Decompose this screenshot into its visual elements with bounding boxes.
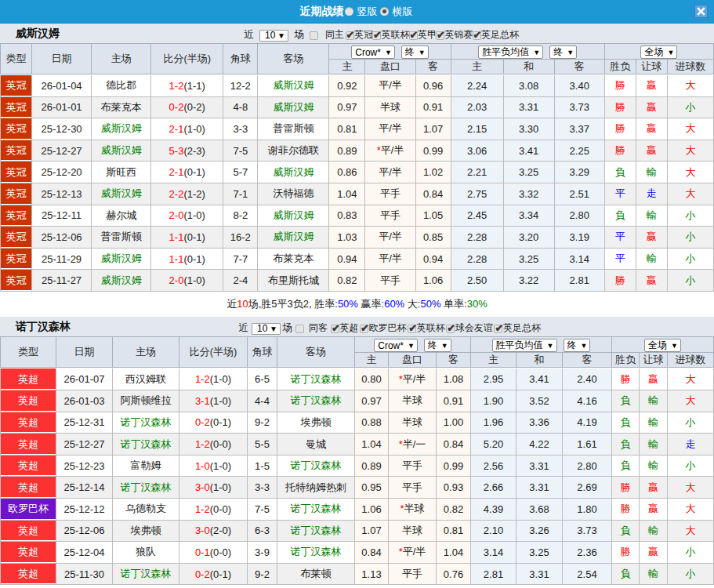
home-team-cell: 乌德勒支 bbox=[113, 499, 179, 521]
handicap-result-cell: 輸 bbox=[640, 390, 668, 412]
match-count-select[interactable]: 10▼ bbox=[259, 30, 288, 42]
win-lose-result-cell: 勝 bbox=[604, 118, 636, 140]
subheader-hc-res: 让球 bbox=[640, 353, 668, 368]
dropdown-group-wrap: 胜平负均值▼终▼ bbox=[471, 338, 611, 351]
halftime-score: (0-2) bbox=[183, 101, 205, 113]
score-cell: 2-1(1-0) bbox=[151, 118, 223, 140]
league-checkbox[interactable] bbox=[372, 31, 381, 40]
score-cell: 2-1(0-1) bbox=[151, 162, 223, 183]
home-team-cell: 威斯汉姆 bbox=[92, 140, 151, 162]
goals-result-cell: 小 bbox=[668, 542, 714, 564]
home-win-odds-cell: 2.45 bbox=[451, 205, 503, 227]
win-lose-result-cell: 勝 bbox=[612, 499, 640, 521]
league-checkbox[interactable] bbox=[436, 31, 444, 40]
summary-cell: 近10场,胜5平3负2, 胜率:50% 赢率:60% 大:50% 单率:30% bbox=[1, 291, 714, 317]
handicap-source-select[interactable]: Crow*▼ bbox=[374, 339, 418, 352]
handicap-line: 平/半 bbox=[379, 166, 402, 178]
odds-source-select[interactable]: 胜平负均值▼ bbox=[478, 45, 543, 59]
draw-odds-cell: 3.20 bbox=[503, 227, 554, 249]
odds-time-select[interactable]: 终▼ bbox=[549, 45, 577, 59]
horizontal-layout-radio[interactable] bbox=[380, 7, 389, 16]
odds-time-select[interactable]: 终▼ bbox=[564, 339, 591, 352]
score-cell: 0-1(0-0) bbox=[179, 542, 248, 564]
league-checkbox[interactable] bbox=[473, 31, 481, 40]
section-header: 诺丁汉森林近10▼场同客英超欧罗巴杯英联杯球会友谊英足总杯 bbox=[0, 317, 714, 336]
dropdown-arrow-icon: ▼ bbox=[385, 49, 392, 56]
home-team-cell: 威斯汉姆 bbox=[92, 118, 151, 140]
league-checkbox[interactable] bbox=[360, 325, 368, 333]
handicap-home-odds-cell: 0.94 bbox=[329, 248, 365, 270]
handicap-line-cell: 平/半 bbox=[365, 227, 415, 249]
handicap-away-odds-cell: 0.84 bbox=[437, 434, 471, 456]
handicap-away-odds-cell: 1.04 bbox=[437, 542, 471, 564]
header-dropdown-row: 类型日期主场比分(半场)角球客场Crow*▼终▼胜平负均值▼终▼全场▼ bbox=[1, 337, 714, 353]
handicap-home-odds-cell: 0.86 bbox=[329, 162, 365, 183]
summary-row bbox=[1, 585, 714, 588]
dropdown-group-wrap: 全场▼ bbox=[605, 45, 713, 58]
match-row: 英冠25-12-13威斯汉姆2-2(1-2)7-1沃特福德1.04平手0.842… bbox=[1, 183, 714, 205]
handicap-away-odds-cell: 1.05 bbox=[415, 205, 451, 227]
same-venue-label: 同主 bbox=[325, 28, 344, 42]
match-row: 英冠25-12-20斯旺西2-1(0-1)5-7威斯汉姆0.86平/半1.022… bbox=[1, 162, 714, 183]
close-button[interactable] bbox=[693, 3, 709, 20]
scope-select[interactable]: 全场▼ bbox=[644, 339, 681, 352]
handicap-home-odds-cell: 0.89 bbox=[329, 140, 365, 162]
league-checkbox[interactable] bbox=[408, 325, 416, 333]
handicap-time-select[interactable]: 终▼ bbox=[401, 45, 429, 59]
league-filter-label: 英甲 bbox=[418, 28, 437, 42]
handicap-line-cell: 平手 bbox=[365, 270, 415, 292]
match-count-value: 10 bbox=[257, 323, 267, 334]
odds-source-select-value: 胜平负均值 bbox=[482, 45, 529, 59]
league-checkbox[interactable] bbox=[346, 31, 354, 40]
handicap-away-odds-cell: 1.06 bbox=[415, 270, 451, 292]
league-cell: 英冠 bbox=[1, 96, 32, 118]
fulltime-score: 0-2 bbox=[195, 568, 210, 580]
subheader-hc-away: 客 bbox=[437, 353, 471, 368]
date-cell: 25-12-12 bbox=[56, 499, 113, 521]
away-win-odds-cell: 3.29 bbox=[554, 162, 604, 183]
fulltime-score: 1-0 bbox=[195, 460, 210, 472]
halftime-score: (2-0) bbox=[210, 524, 231, 536]
recent-results-panel: 近期战绩 竖版 横版 威斯汉姆近10▼场同主英冠英联杯英甲英锦赛英足总杯类型日期… bbox=[0, 0, 714, 588]
league-cell: 英冠 bbox=[1, 227, 32, 249]
draw-odds-cell: 3.25 bbox=[516, 542, 563, 564]
dropdown-arrow-icon: ▼ bbox=[667, 49, 674, 56]
match-row: 欧罗巴杯25-12-12乌德勒支1-2(0-0)7-5诺丁汉森林1.06*半球0… bbox=[1, 499, 714, 521]
handicap-time-select[interactable]: 终▼ bbox=[424, 339, 451, 352]
odds-source-select[interactable]: 胜平负均值▼ bbox=[492, 339, 557, 352]
goals-result-cell: 小 bbox=[668, 455, 714, 477]
games-label: 场 bbox=[283, 321, 293, 335]
league-checkbox[interactable] bbox=[331, 325, 339, 333]
corner-cell: 6-5 bbox=[248, 368, 277, 390]
handicap-source-select[interactable]: Crow*▼ bbox=[351, 45, 395, 59]
handicap-away-odds-cell: 1.02 bbox=[415, 162, 451, 183]
same-venue-checkbox[interactable] bbox=[310, 31, 318, 40]
league-filter-label: 英联杯 bbox=[417, 321, 445, 335]
match-count-select[interactable]: 10▼ bbox=[252, 323, 281, 335]
vertical-layout-radio[interactable] bbox=[345, 7, 353, 16]
halftime-score: (1-1) bbox=[183, 80, 205, 92]
same-venue-checkbox[interactable] bbox=[295, 325, 304, 333]
vertical-layout-label[interactable]: 竖版 bbox=[357, 5, 378, 19]
date-cell: 25-11-29 bbox=[32, 248, 92, 270]
subheader-hc-res: 让球 bbox=[636, 60, 667, 74]
league-cell: 英超 bbox=[1, 455, 56, 477]
draw-odds-cell: 3.22 bbox=[503, 270, 554, 292]
league-cell: 英冠 bbox=[1, 118, 32, 140]
league-checkbox[interactable] bbox=[409, 31, 418, 40]
subheader-eu-away: 客 bbox=[563, 353, 612, 368]
home-team-cell: 诺丁汉森林 bbox=[113, 412, 179, 434]
date-cell: 25-12-30 bbox=[32, 118, 92, 140]
league-checkbox[interactable] bbox=[446, 325, 455, 333]
home-team-cell: 威斯汉姆 bbox=[92, 270, 151, 292]
scope-select[interactable]: 全场▼ bbox=[640, 45, 677, 59]
handicap-home-odds-cell: 1.03 bbox=[329, 227, 365, 249]
league-checkbox[interactable] bbox=[494, 325, 502, 333]
column-header-home: 主场 bbox=[92, 44, 151, 74]
home-team-cell: 诺丁汉森林 bbox=[113, 563, 179, 585]
league-filter-item: 英足总杯 bbox=[473, 28, 520, 42]
title-group: 近期战绩 竖版 横版 bbox=[300, 0, 415, 23]
column-header-score: 比分(半场) bbox=[179, 337, 248, 368]
horizontal-layout-label[interactable]: 横版 bbox=[393, 5, 413, 19]
handicap-line: 平手 bbox=[380, 209, 400, 221]
